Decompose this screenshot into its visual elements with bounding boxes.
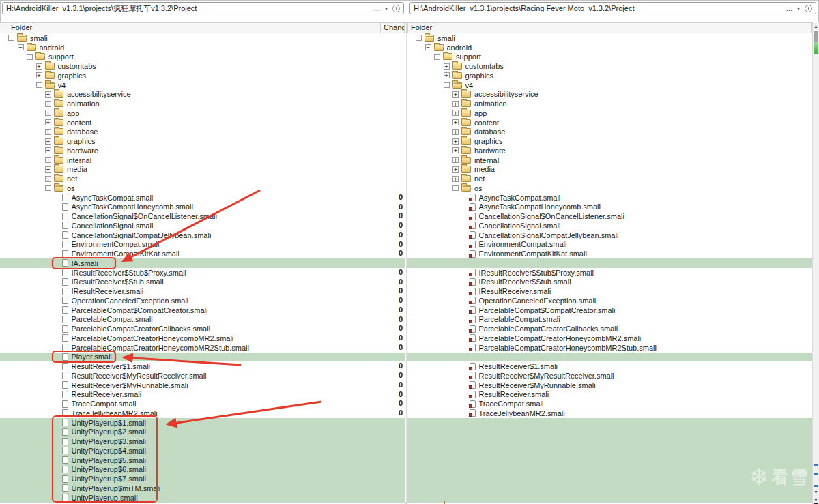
scrollbar-diff-region[interactable]	[814, 42, 818, 54]
tree-row-folder[interactable]: −support	[0, 53, 405, 62]
expand-toggle-icon[interactable]: +	[45, 91, 51, 98]
tree-row-file[interactable]: ResultReceiver$MyResultReceiver.smali0	[0, 371, 405, 381]
tree-row-folder[interactable]: +animation	[407, 99, 812, 108]
tree-row-missing[interactable]	[407, 456, 812, 465]
collapse-toggle-icon[interactable]: −	[425, 44, 431, 50]
diff-marker[interactable]	[814, 473, 818, 475]
tree-row-file[interactable]: AsyncTaskCompat.smali0	[0, 193, 405, 203]
scroll-to-bottom-icon[interactable]: ▼	[813, 497, 819, 504]
expand-toggle-icon[interactable]: +	[452, 91, 459, 98]
tree-row-folder[interactable]: +app	[407, 108, 812, 118]
tree-row-folder[interactable]: −v4	[0, 80, 405, 90]
expand-toggle-icon[interactable]: +	[45, 119, 51, 125]
tree-row-folder[interactable]: +net	[0, 174, 405, 183]
tree-row-folder[interactable]: +graphics	[407, 71, 812, 80]
tree-row-folder[interactable]: +customtabs	[407, 61, 812, 71]
expand-toggle-icon[interactable]: +	[45, 166, 51, 173]
collapse-toggle-icon[interactable]: −	[452, 185, 459, 191]
collapse-toggle-icon[interactable]: −	[416, 35, 422, 41]
tree-row-file[interactable]: ResultReceiver.smali	[407, 390, 812, 400]
collapse-toggle-icon[interactable]: −	[434, 54, 440, 60]
expand-toggle-icon[interactable]: +	[45, 110, 51, 116]
tree-row-missing[interactable]	[407, 353, 812, 362]
scroll-down-icon[interactable]: ▼	[813, 488, 819, 496]
tree-row-folder[interactable]: +internal	[407, 155, 812, 165]
right-path-bar[interactable]: H:\AndroidKiller_v1.3.1\projects\Racing …	[410, 2, 816, 14]
tree-row-file[interactable]: ResultReceiver.smali0	[0, 390, 405, 400]
tree-row-file[interactable]: IResultReceiver$Stub$Proxy.smali0	[0, 268, 405, 278]
tree-row-folder[interactable]: −os	[0, 183, 405, 193]
tree-row-folder[interactable]: +animation	[0, 99, 405, 108]
tree-row-file[interactable]: EnvironmentCompatKitKat.smali	[407, 249, 812, 258]
tree-row-folder[interactable]: +customtabs	[0, 61, 405, 71]
tree-row-file[interactable]: IResultReceiver.smali	[407, 286, 812, 296]
tree-row-folder[interactable]: +content	[0, 118, 405, 128]
tree-row-file[interactable]: UnityPlayerup.smali	[0, 493, 405, 503]
tree-row-folder[interactable]: +hardware	[0, 146, 405, 155]
tree-row-file[interactable]: UnityPlayerup$1.smali	[0, 418, 405, 428]
tree-row-file[interactable]: CancellationSignal$OnCancelListener.smal…	[407, 211, 812, 221]
tree-row-folder[interactable]: −os	[407, 183, 812, 193]
tree-row-file[interactable]: AsyncTaskCompat.smali	[407, 193, 812, 203]
expand-toggle-icon[interactable]: +	[36, 63, 42, 70]
scroll-up-icon[interactable]: ▲	[813, 23, 819, 30]
tree-row-folder[interactable]: +database	[0, 128, 405, 137]
tree-row-file[interactable]: UnityPlayerup$3.smali	[0, 436, 405, 446]
tree-row-file[interactable]: UnityPlayerup$4.smali	[0, 446, 405, 456]
tree-row-file[interactable]: IResultReceiver$Stub.smali0	[0, 278, 405, 287]
refresh-icon[interactable]	[805, 5, 812, 12]
change-column-header[interactable]: Change	[381, 23, 405, 33]
expand-toggle-icon[interactable]: +	[452, 129, 459, 135]
tree-row-file[interactable]: TraceJellybeanMR2.smali0	[0, 409, 405, 418]
tree-row-folder[interactable]: +hardware	[407, 146, 812, 155]
tree-row-folder[interactable]: −smali	[407, 33, 812, 43]
left-path-value[interactable]: H:\AndroidKiller_v1.3.1\projects\疯狂摩托车v1…	[6, 3, 369, 14]
tree-row-folder[interactable]: +accessibilityservice	[0, 90, 405, 100]
tree-row-folder[interactable]: +media	[0, 165, 405, 175]
path-dropdown-icon[interactable]: ▾	[797, 5, 800, 12]
expand-toggle-icon[interactable]: +	[444, 63, 450, 70]
tree-row-missing[interactable]	[407, 474, 812, 484]
browse-more-icon[interactable]: ...	[786, 5, 792, 12]
tree-row-folder[interactable]: −v4	[407, 80, 812, 90]
tree-row-file[interactable]: IResultReceiver$Stub.smali	[407, 278, 812, 287]
tree-row-folder[interactable]: −android	[407, 43, 812, 53]
right-path-value[interactable]: H:\AndroidKiller_v1.3.1\projects\Racing …	[414, 4, 781, 12]
tree-row-file[interactable]: ParcelableCompatCreatorHoneycombMR2.smal…	[0, 333, 405, 343]
tree-row-file[interactable]: TraceCompat.smali	[407, 399, 812, 409]
expand-toggle-icon[interactable]: +	[444, 72, 450, 78]
tree-row-folder[interactable]: +net	[407, 174, 812, 183]
tree-row-file[interactable]: EnvironmentCompat.smali0	[0, 240, 405, 250]
collapse-toggle-icon[interactable]: −	[8, 35, 14, 41]
tree-row-folder[interactable]: +content	[407, 118, 812, 128]
tree-row-file[interactable]: ResultReceiver$1.smali	[407, 361, 812, 371]
tree-row-missing[interactable]	[407, 258, 812, 268]
diff-marker[interactable]	[814, 485, 818, 487]
expand-toggle-icon[interactable]: +	[452, 166, 459, 173]
tree-row-file[interactable]: ParcelableCompatCreatorCallbacks.smali0	[0, 324, 405, 333]
tree-row-file[interactable]: UnityPlayerup$6.smali	[0, 465, 405, 475]
tree-row-file[interactable]: OperationCanceledException.smali0	[0, 296, 405, 306]
tree-row-folder[interactable]: −android	[0, 43, 405, 53]
tree-row-file[interactable]: OperationCanceledException.smali	[407, 296, 812, 306]
tree-row-file[interactable]: ParcelableCompatCreatorCallbacks.smali	[407, 324, 812, 333]
tree-row-missing[interactable]	[407, 436, 812, 446]
right-folder-column-header[interactable]: Folder	[407, 23, 812, 33]
tree-row-file[interactable]: CancellationSignal.smali0	[0, 221, 405, 231]
tree-row-file[interactable]: AsyncTaskCompatHoneycomb.smali	[407, 203, 812, 212]
tree-row-file[interactable]: TraceJellybeanMR2.smali	[407, 409, 812, 418]
refresh-icon[interactable]	[392, 5, 400, 12]
expand-toggle-icon[interactable]: +	[452, 138, 459, 145]
collapse-toggle-icon[interactable]: −	[18, 44, 24, 50]
left-path-bar[interactable]: H:\AndroidKiller_v1.3.1\projects\疯狂摩托车v1…	[2, 2, 404, 14]
tree-row-folder[interactable]: +graphics	[0, 71, 405, 80]
tree-row-missing[interactable]	[407, 465, 812, 475]
tree-row-file[interactable]: IA.smali	[0, 258, 405, 268]
tree-row-folder[interactable]: +accessibilityservice	[407, 90, 812, 100]
tree-row-file[interactable]: UnityPlayerup$2.smali	[0, 428, 405, 437]
tree-row-file[interactable]: EnvironmentCompat.smali	[407, 240, 812, 250]
scrollbar-thumb[interactable]	[814, 31, 818, 42]
tree-row-file[interactable]: EnvironmentCompatKitKat.smali0	[0, 249, 405, 258]
tree-row-file[interactable]: IResultReceiver.smali0	[0, 286, 405, 296]
tree-row-file[interactable]: ParcelableCompatCreatorHoneycombMR2Stub.…	[0, 343, 405, 353]
